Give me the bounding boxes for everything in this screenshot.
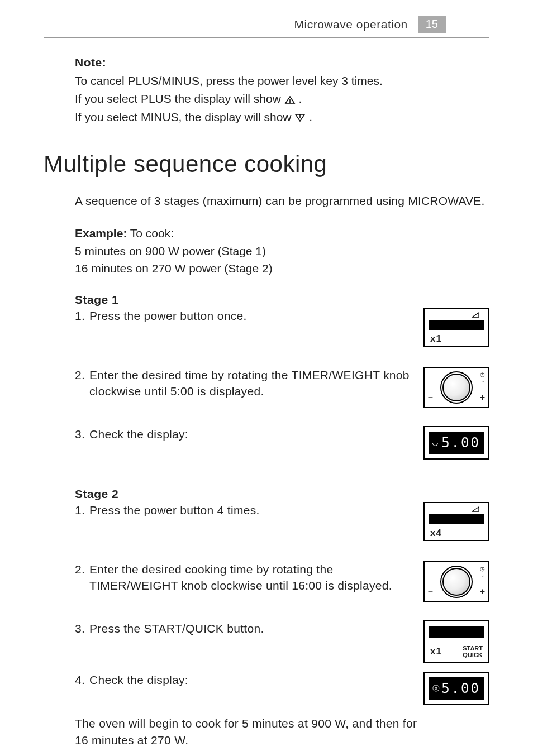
note-line-1: To cancel PLUS/MINUS, press the power le… bbox=[75, 72, 489, 90]
knob-diagram: – + ◷ ⌂ bbox=[423, 367, 489, 408]
stage1-step3-row: 3.Check the display: ◡ 5.00 bbox=[75, 426, 489, 460]
stage-2: Stage 2 1.Press the power button 4 times… bbox=[75, 487, 489, 705]
minus-label: – bbox=[428, 393, 433, 403]
example-block: Example: To cook: 5 minutes on 900 W pow… bbox=[75, 224, 489, 277]
note-line-2: If you select PLUS the display will show… bbox=[75, 90, 489, 108]
stage2-step1-row: 1.Press the power button 4 times. x4 bbox=[75, 502, 489, 546]
display-panel-2: ⦾ 5.00 bbox=[423, 672, 489, 705]
stage-1-title: Stage 1 bbox=[75, 293, 489, 307]
stage2-step3-row: 3.Press the START/QUICK button. x1 START… bbox=[75, 620, 489, 664]
page: Microwave operation 15 Note: To cancel P… bbox=[0, 0, 533, 756]
cook-icon: ◡ bbox=[432, 437, 438, 448]
page-header: Microwave operation 15 bbox=[44, 0, 489, 38]
triangle-down-icon bbox=[294, 114, 306, 122]
timer-knob-panel-2: – + ◷ ⌂ bbox=[423, 561, 489, 602]
stage1-step3-text: 3.Check the display: bbox=[75, 426, 423, 442]
header-title: Microwave operation bbox=[294, 18, 407, 31]
lcd-value: 5.00 bbox=[441, 681, 480, 696]
press-count-x1: x1 bbox=[430, 333, 442, 344]
start-quick-panel: x1 START QUICK bbox=[423, 620, 489, 663]
lcd-readout: ◡ 5.00 bbox=[429, 432, 484, 454]
clock-icon: ◷ bbox=[480, 371, 485, 377]
display-diagram: ◡ 5.00 bbox=[423, 426, 489, 460]
triangle-right-icon bbox=[472, 312, 479, 318]
triangle-right-icon bbox=[472, 506, 479, 512]
example-line-2: 16 minutes on 270 W power (Stage 2) bbox=[75, 260, 489, 277]
page-content: Note: To cancel PLUS/MINUS, press the po… bbox=[0, 38, 533, 749]
press-count-x1: x1 bbox=[430, 646, 442, 657]
stage1-step2-row: 2.Enter the desired time by rotating the… bbox=[75, 367, 489, 410]
button-bar-icon bbox=[429, 626, 484, 638]
stage2-step1-text: 1.Press the power button 4 times. bbox=[75, 502, 423, 518]
stage2-step4-text: 4.Check the display: bbox=[75, 672, 423, 688]
timer-knob-panel: – + ◷ ⌂ bbox=[423, 367, 489, 408]
example-label: Example: bbox=[75, 227, 127, 240]
stage-2-title: Stage 2 bbox=[75, 487, 489, 501]
display-diagram: ⦾ 5.00 bbox=[423, 672, 489, 705]
stage2-step4-row: 4.Check the display: ⦾ 5.00 bbox=[75, 672, 489, 705]
page-number: 15 bbox=[418, 16, 446, 33]
knob-diagram: – + ◷ ⌂ bbox=[423, 561, 489, 602]
note-label: Note: bbox=[75, 56, 106, 69]
example-after: To cook: bbox=[127, 227, 174, 240]
note-block: Note: To cancel PLUS/MINUS, press the po… bbox=[75, 54, 489, 126]
plus-label: + bbox=[480, 587, 485, 597]
power-button-panel-2: x4 bbox=[423, 502, 489, 541]
stage2-step2-row: 2.Enter the desired cooking time by rota… bbox=[75, 561, 489, 605]
triangle-up-icon bbox=[284, 96, 296, 104]
section-title: Multiple sequence cooking bbox=[44, 151, 489, 178]
stage2-step2-text: 2.Enter the desired cooking time by rota… bbox=[75, 561, 423, 594]
power-bar-icon bbox=[429, 320, 484, 330]
power-button-diagram: x1 bbox=[423, 308, 489, 347]
final-text: The oven will begin to cook for 5 minute… bbox=[75, 715, 489, 749]
stage1-step1-row: 1.Press the power button once. x1 bbox=[75, 308, 489, 351]
example-line-1: 5 minutes on 900 W power (Stage 1) bbox=[75, 242, 489, 260]
knob-icon bbox=[442, 568, 470, 596]
stage1-step2-text: 2.Enter the desired time by rotating the… bbox=[75, 367, 423, 400]
display-panel-1: ◡ 5.00 bbox=[423, 426, 489, 460]
note-line-3: If you select MINUS, the display will sh… bbox=[75, 108, 489, 127]
weight-icon: ⌂ bbox=[482, 379, 485, 385]
start-quick-diagram: x1 START QUICK bbox=[423, 620, 489, 663]
knob-icon bbox=[442, 374, 470, 401]
plus-label: + bbox=[480, 393, 485, 403]
minus-label: – bbox=[428, 587, 433, 597]
stage-1: Stage 1 1.Press the power button once. x… bbox=[75, 293, 489, 460]
start-quick-label: START QUICK bbox=[463, 645, 483, 658]
microwave-icon: ⦾ bbox=[432, 683, 440, 693]
power-bar-icon bbox=[429, 514, 484, 524]
lcd-value: 5.00 bbox=[441, 435, 480, 451]
stage2-step3-text: 3.Press the START/QUICK button. bbox=[75, 620, 423, 637]
weight-icon: ⌂ bbox=[482, 573, 485, 580]
body-block: A sequence of 3 stages (maximum) can be … bbox=[75, 194, 489, 749]
power-button-panel: x1 bbox=[423, 308, 489, 347]
clock-icon: ◷ bbox=[480, 566, 485, 572]
press-count-x4: x4 bbox=[430, 528, 442, 539]
power-button-diagram: x4 bbox=[423, 502, 489, 541]
intro-text: A sequence of 3 stages (maximum) can be … bbox=[75, 194, 489, 208]
stage1-step1-text: 1.Press the power button once. bbox=[75, 308, 423, 324]
lcd-readout: ⦾ 5.00 bbox=[429, 677, 484, 700]
